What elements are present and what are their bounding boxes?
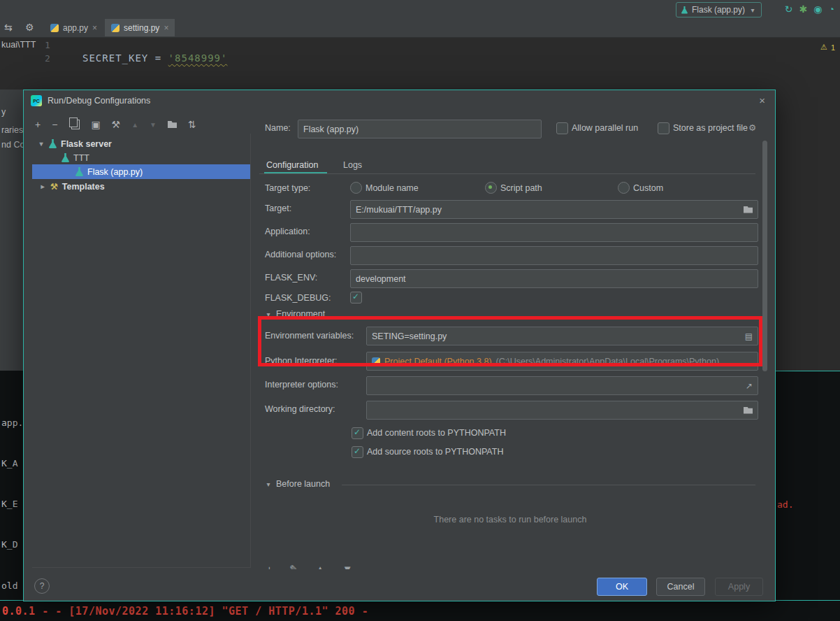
move-up-button[interactable]: ▲ (131, 121, 138, 129)
tree-item-ttt[interactable]: TTT (32, 150, 251, 165)
pycharm-logo-icon: PC (31, 95, 42, 106)
name-input[interactable]: Flask (app.py) (298, 120, 542, 138)
tab-logs[interactable]: Logs (343, 160, 362, 170)
store-as-project-file-checkbox[interactable] (658, 122, 669, 134)
flask-icon (681, 6, 688, 14)
tree-item-flask-server[interactable]: ▾ Flask server (32, 136, 251, 151)
tab-close-icon[interactable]: × (92, 23, 97, 33)
expand-icon[interactable]: ↗ (746, 381, 753, 391)
move-down-button[interactable]: ▼ (150, 121, 157, 129)
tree-item-label: TTT (73, 153, 89, 163)
copy-config-button[interactable] (71, 120, 80, 129)
store-as-project-file-label: Store as project file (673, 123, 748, 133)
tab-app-py[interactable]: app.py × (44, 19, 103, 36)
new-folder-button[interactable] (168, 121, 177, 128)
add-content-roots-checkbox[interactable] (352, 427, 363, 439)
python-file-icon (111, 24, 120, 32)
edit-templates-button[interactable]: ⚒ (112, 119, 121, 130)
remove-config-button[interactable]: − (52, 119, 57, 130)
radio-custom[interactable] (618, 182, 630, 194)
configurations-toolbar: + − ▣ ⚒ ▲ ▼ ⇅ (35, 119, 196, 130)
working-directory-input[interactable] (366, 401, 758, 420)
apply-button[interactable]: Apply (715, 578, 763, 596)
coverage-icon[interactable]: ✱ (799, 2, 808, 16)
tree-item-templates[interactable]: ▸ ⚒ Templates (32, 179, 251, 194)
flask-env-input[interactable]: development (350, 269, 758, 288)
profiler-icon[interactable]: ◉ (813, 2, 822, 16)
console-top-border-fragment (774, 371, 840, 371)
wrench-icon: ⚒ (50, 182, 58, 192)
add-content-roots-label: Add content roots to PYTHONPATH (367, 428, 506, 438)
flask-icon (75, 167, 83, 176)
add-source-roots-checkbox[interactable] (352, 446, 363, 458)
flask-icon (49, 139, 57, 148)
tab-setting-py[interactable]: setting.py × (105, 19, 175, 36)
radio-custom-label: Custom (633, 183, 663, 193)
chevron-right-icon[interactable]: ▸ (39, 183, 46, 190)
configurations-tree: ▾ Flask server TTT Flask (app.py) ▸ ⚒ Te… (32, 134, 251, 568)
line-number: 1 (45, 40, 50, 50)
help-button[interactable]: ? (34, 578, 50, 594)
allow-parallel-run-label: Allow parallel run (572, 123, 638, 133)
console-fragment: K_D (1, 538, 23, 551)
radio-script-path[interactable] (485, 182, 497, 194)
tree-fragment: raries (1, 125, 23, 135)
target-input[interactable]: E:/mukuai/TTT/app.py (350, 200, 758, 219)
ide-top-bar: Flask (app.py) ▾ ↻ ✱ ◉ ◔ (0, 0, 840, 20)
before-launch-separator (342, 485, 755, 485)
console-fragment: old (1, 579, 23, 592)
folder-browse-icon[interactable] (744, 206, 753, 213)
code-string: '8548999' (168, 52, 228, 64)
console-fragment: K_A (1, 457, 23, 470)
tree-fragment: y (1, 107, 23, 117)
radio-module-name-label: Module name (365, 183, 419, 193)
add-config-button[interactable]: + (35, 119, 41, 130)
python-file-icon (50, 24, 59, 32)
working-directory-label: Working directory: (265, 404, 335, 414)
dialog-close-icon[interactable]: × (759, 94, 765, 106)
tree-fragment: nd Co (1, 140, 23, 150)
tree-item-label: Templates (62, 182, 105, 192)
save-config-button[interactable]: ▣ (91, 119, 100, 130)
tree-item-flask-app-py[interactable]: Flask (app.py) (32, 164, 251, 179)
concurrency-icon[interactable]: ◔ (829, 2, 834, 16)
chevron-down-icon: ▾ (749, 6, 756, 14)
code-line[interactable]: SECRET_KEY = '8548999' (82, 52, 227, 64)
add-source-roots-label: Add source roots to PYTHONPATH (367, 447, 503, 457)
editor-breadcrumb-fragment: kuai\TTT (1, 40, 38, 50)
run-toolbar: ↻ ✱ ◉ ◔ (785, 2, 834, 16)
dialog-scrollbar[interactable] (762, 141, 767, 371)
console-output-line: 0.0.1 - - [17/Nov/2022 11:16:12] "GET / … (2, 605, 368, 618)
folder-browse-icon[interactable] (744, 407, 753, 414)
target-label: Target: (265, 204, 291, 213)
application-label: Application: (265, 227, 310, 236)
store-gear-icon[interactable]: ⚙ (748, 122, 756, 133)
tab-configuration[interactable]: Configuration (266, 160, 318, 170)
name-label: Name: (265, 123, 291, 133)
interpreter-options-input[interactable]: ↗ (366, 376, 758, 395)
no-tasks-message: There are no tasks to run before launch (265, 515, 755, 524)
application-input[interactable] (350, 223, 758, 242)
sort-configs-button[interactable]: ⇅ (188, 119, 196, 130)
radio-script-path-label: Script path (500, 183, 542, 193)
additional-options-input[interactable] (350, 246, 758, 265)
run-config-select[interactable]: Flask (app.py) ▾ (676, 2, 762, 17)
chevron-down-icon[interactable]: ▾ (38, 140, 45, 148)
radio-module-name[interactable] (350, 182, 362, 194)
flask-debug-checkbox[interactable] (350, 292, 362, 304)
settings-gear-icon[interactable]: ⚙ (25, 19, 34, 36)
flask-debug-label: FLASK_DEBUG: (265, 293, 331, 303)
warning-count: 1 (831, 43, 835, 52)
editor-tab-bar: ⇆ ⚙ app.py × setting.py × (0, 19, 840, 38)
console-strip-right (774, 371, 840, 600)
target-type-label: Target type: (265, 183, 310, 193)
tab-close-icon[interactable]: × (164, 23, 168, 33)
ok-button[interactable]: OK (597, 578, 647, 596)
editor-warning-icon: ⚠ (820, 43, 827, 52)
rerun-icon[interactable]: ↻ (785, 2, 793, 16)
allow-parallel-run-checkbox[interactable] (556, 122, 568, 134)
pycharm-window: { "colors": { "annotation_red": "#ea1c24… (0, 0, 840, 621)
before-launch-section-toggle[interactable]: ▾ Before launch (265, 479, 330, 489)
cancel-button[interactable]: Cancel (656, 578, 705, 596)
structure-icon[interactable]: ⇆ (4, 19, 13, 36)
